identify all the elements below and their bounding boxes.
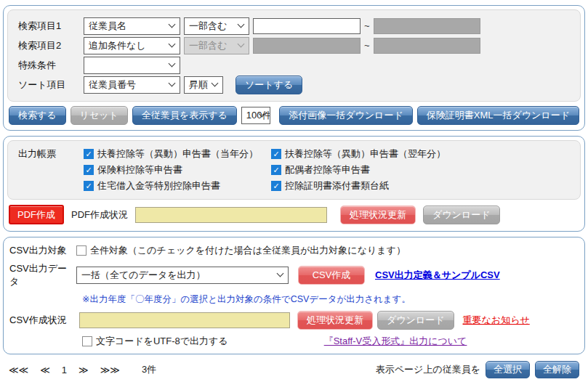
selected-value: 一部含む xyxy=(189,20,227,33)
special-condition-select[interactable] xyxy=(84,57,180,74)
search-item1-field-select[interactable]: 従業員名 xyxy=(84,17,180,35)
chevron-down-icon xyxy=(169,79,176,86)
csv-refresh-status-button[interactable]: 処理状況更新 xyxy=(297,311,373,330)
csv-data-row: CSV出力データ 一括（全てのデータを出力） CSV作成 CSV出力定義＆サンプ… xyxy=(9,262,579,288)
download-insurance-xml-button[interactable]: 保険証明書XML一括ダウンロード xyxy=(417,106,579,125)
selected-value: 昇順 xyxy=(189,78,208,92)
pdf-status-label: PDF作成状況 xyxy=(71,208,128,222)
show-all-employees-button[interactable]: 全従業員を表示する xyxy=(132,106,237,125)
range-tilde: ~ xyxy=(364,20,370,31)
form-checkbox[interactable] xyxy=(84,149,94,159)
search-row-1: 検索項目1 従業員名 一部含む ~ xyxy=(18,16,570,36)
staffv-format-link[interactable]: 『Staff-V受入形式』出力について xyxy=(324,335,467,348)
form-checkbox-item: 住宅借入金等特別控除申告書 xyxy=(84,179,271,192)
chevron-down-icon xyxy=(277,270,284,277)
csv-status-row: CSV作成状況 処理状況更新 ダウンロード 重要なお知らせ xyxy=(9,311,579,330)
form-label: 保険料控除等申告書 xyxy=(97,163,182,176)
special-condition-label: 特殊条件 xyxy=(18,59,84,72)
pagination-bar: ≪≪ ≪ 1 ≫ ≫≫ 3件 表示ページ上の従業員を 全選択 全解除 xyxy=(0,354,588,382)
pdf-create-button[interactable]: PDF作成 xyxy=(9,205,64,224)
csv-status-label: CSV作成状況 xyxy=(9,314,79,327)
selection-bar-label: 表示ページ上の従業員を xyxy=(376,363,480,376)
form-label: 控除証明書添付書類台紙 xyxy=(285,179,389,192)
chevron-down-icon xyxy=(238,20,245,28)
search-item2-label: 検索項目2 xyxy=(18,39,84,52)
csv-download-button: ダウンロード xyxy=(377,311,454,330)
form-checkbox-item: 扶養控除等（異動）申告書（当年分） xyxy=(84,147,271,160)
csv-section: CSV出力対象 全件対象（このチェックを付けた場合は全従業員が出力対象になります… xyxy=(3,237,585,354)
chevron-down-icon xyxy=(169,20,176,28)
form-checkbox-item: 扶養控除等（異動）申告書（翌年分） xyxy=(271,147,446,160)
selected-value: 追加条件なし xyxy=(89,39,146,52)
chevron-down-icon xyxy=(212,79,219,86)
pdf-download-button: ダウンロード xyxy=(423,206,500,224)
search-panel: 検索項目1 従業員名 一部含む ~ 検索項目2 追加条件なし xyxy=(7,9,581,102)
csv-target-label: CSV出力対象 xyxy=(9,244,76,257)
output-forms-checkbox-grid: 扶養控除等（異動）申告書（当年分） 扶養控除等（異動）申告書（翌年分） 保険料控… xyxy=(84,147,446,192)
page-size-select[interactable]: 100件 xyxy=(241,107,270,124)
pdf-status-input[interactable] xyxy=(135,207,327,223)
selected-value: 一部含む xyxy=(189,39,227,52)
search-item2-from-input xyxy=(253,38,361,54)
sort-row: ソート項目 従業員番号 昇順 ソートする xyxy=(18,75,570,94)
output-forms-label: 出力帳票 xyxy=(18,147,84,160)
pager: ≪≪ ≪ 1 ≫ ≫≫ 3件 xyxy=(9,363,156,376)
selected-value: 一括（全てのデータを出力） xyxy=(81,269,206,282)
search-item2-to-input xyxy=(374,38,480,54)
form-checkbox-item: 保険料控除等申告書 xyxy=(84,163,271,176)
search-item1-operator-select[interactable]: 一部含む xyxy=(184,17,249,35)
first-page-button[interactable]: ≪≪ xyxy=(9,365,28,375)
search-row-2: 検索項目2 追加条件なし 一部含む ~ xyxy=(18,36,570,55)
form-checkbox-item: 配偶者控除等申告書 xyxy=(271,163,446,176)
range-tilde: ~ xyxy=(364,40,370,51)
sort-item-label: ソート項目 xyxy=(18,78,84,92)
csv-all-target-label: 全件対象（このチェックを付けた場合は全従業員が出力対象になります） xyxy=(90,244,406,257)
search-item1-to-input xyxy=(374,18,480,34)
form-checkbox[interactable] xyxy=(271,165,281,175)
form-checkbox[interactable] xyxy=(84,165,94,175)
pdf-refresh-status-button[interactable]: 処理状況更新 xyxy=(340,206,416,224)
search-item1-label: 検索項目1 xyxy=(18,20,84,33)
action-bar: 検索する リセット 全従業員を表示する 100件 添付画像一括ダウンロード 保険… xyxy=(7,102,581,127)
selected-value: 100件 xyxy=(246,109,270,122)
form-checkbox[interactable] xyxy=(271,149,281,159)
search-item1-from-input[interactable] xyxy=(253,18,361,34)
csv-status-input[interactable] xyxy=(79,312,290,328)
download-attached-images-button[interactable]: 添付画像一括ダウンロード xyxy=(279,106,413,125)
search-item2-field-select[interactable]: 追加条件なし xyxy=(84,37,180,54)
csv-note: ※出力年度「〇年度分」の選択と出力対象の条件でCSVデータが出力されます。 xyxy=(82,293,579,306)
csv-data-label: CSV出力データ xyxy=(9,262,76,288)
next-page-button[interactable]: ≫ xyxy=(78,365,89,375)
sort-order-select[interactable]: 昇順 xyxy=(184,76,223,94)
clear-all-button[interactable]: 全解除 xyxy=(535,361,579,378)
output-forms-section: 出力帳票 扶養控除等（異動）申告書（当年分） 扶養控除等（異動）申告書（翌年分）… xyxy=(3,136,585,232)
search-button[interactable]: 検索する xyxy=(9,106,66,125)
utf8-checkbox[interactable] xyxy=(82,336,92,346)
search-item2-operator-select: 一部含む xyxy=(184,37,249,54)
sort-field-select[interactable]: 従業員番号 xyxy=(84,76,180,94)
selection-bar: 表示ページ上の従業員を 全選択 全解除 xyxy=(376,361,579,378)
prev-page-button[interactable]: ≪ xyxy=(40,365,50,375)
form-label: 扶養控除等（異動）申告書（翌年分） xyxy=(285,147,446,160)
form-label: 住宅借入金等特別控除申告書 xyxy=(97,179,220,192)
select-all-button[interactable]: 全選択 xyxy=(486,361,530,378)
important-notice-link[interactable]: 重要なお知らせ xyxy=(463,314,530,327)
chevron-down-icon xyxy=(169,60,176,67)
csv-data-select[interactable]: 一括（全てのデータを出力） xyxy=(76,267,289,284)
form-checkbox[interactable] xyxy=(271,181,281,191)
form-checkbox-item: 控除証明書添付書類台紙 xyxy=(271,179,446,192)
form-label: 扶養控除等（異動）申告書（当年分） xyxy=(97,147,258,160)
last-page-button[interactable]: ≫≫ xyxy=(100,365,120,375)
pdf-row: PDF作成 PDF作成状況 処理状況更新 ダウンロード xyxy=(7,200,581,228)
csv-all-target-checkbox[interactable] xyxy=(76,245,86,256)
search-section: 検索項目1 従業員名 一部含む ~ 検索項目2 追加条件なし xyxy=(3,5,585,131)
special-condition-row: 特殊条件 xyxy=(18,55,570,75)
csv-utf8-row: 文字コードをUTF-8で出力する 『Staff-V受入形式』出力について xyxy=(82,335,579,348)
reset-button[interactable]: リセット xyxy=(71,106,128,125)
csv-create-button[interactable]: CSV作成 xyxy=(298,266,365,285)
form-checkbox[interactable] xyxy=(84,181,94,191)
record-count: 3件 xyxy=(142,363,156,376)
csv-definition-link[interactable]: CSV出力定義＆サンプルCSV xyxy=(375,269,500,282)
sort-button[interactable]: ソートする xyxy=(235,76,302,94)
selected-value: 従業員名 xyxy=(89,20,126,33)
